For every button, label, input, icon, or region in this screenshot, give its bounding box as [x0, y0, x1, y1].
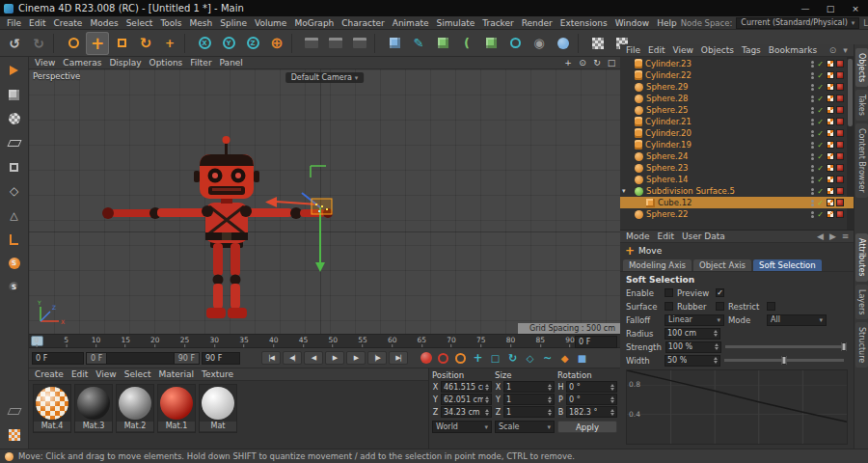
scale-button[interactable] [110, 32, 133, 55]
panel-tab-structure[interactable]: Structure [855, 322, 868, 368]
object-menu-view[interactable]: View [669, 45, 697, 55]
viewport-menu-options[interactable]: Options [146, 58, 187, 68]
spinner-arrows[interactable] [609, 384, 614, 391]
radius-input[interactable]: 100 cm [665, 328, 720, 340]
object-row-cube-12[interactable]: Cube.12✓ [620, 197, 854, 208]
falloff-dropdown[interactable]: Linear▾ [665, 314, 724, 326]
object-menu-edit[interactable]: Edit [644, 45, 668, 55]
record-scale-button[interactable]: □ [487, 350, 503, 366]
coord-input-size-z[interactable]: 1 [503, 406, 555, 418]
enabled-check-icon[interactable]: ✓ [816, 118, 825, 126]
menu-edit[interactable]: Edit [25, 18, 49, 28]
timeline-tick-40[interactable]: 40 [269, 336, 279, 347]
texture-tag-red[interactable] [836, 106, 844, 114]
viewport-menu-panel[interactable]: Panel [216, 58, 247, 68]
search-icon[interactable]: ⊙ [827, 44, 839, 56]
texture-mode-button[interactable] [4, 108, 25, 129]
timeline-tick-60[interactable]: 60 [388, 336, 397, 347]
texture-tag-red[interactable] [836, 83, 844, 91]
material-menu-create[interactable]: Create [31, 369, 68, 379]
render-visibility-dot[interactable] [811, 169, 814, 172]
world-dropdown[interactable]: World▾ [432, 421, 492, 433]
render-visibility-dot[interactable] [811, 88, 814, 91]
viewport-layout-a-button[interactable] [586, 32, 610, 55]
object-row-sphere-23[interactable]: Sphere.23✓ [620, 162, 854, 174]
visibility-toggles[interactable] [811, 119, 814, 125]
enabled-check-icon[interactable]: ✓ [816, 60, 825, 68]
object-row-sphere-24[interactable]: Sphere.24✓ [620, 150, 854, 162]
texture-tag-checker[interactable] [827, 95, 834, 102]
apply-button[interactable]: Apply [557, 421, 617, 433]
polygons-mode-button[interactable]: △ [4, 204, 25, 226]
texture-tag-checker[interactable] [827, 118, 834, 125]
timeline-tick-20[interactable]: 20 [150, 336, 160, 347]
menu-modes[interactable]: Modes [86, 18, 122, 28]
strength-slider[interactable] [725, 345, 844, 348]
record-position-button[interactable]: + [470, 350, 486, 366]
object-row-cylinder-20[interactable]: Cylinder.20✓ [620, 127, 854, 139]
texture-tag-checker[interactable] [827, 164, 834, 172]
add-subdivision-surface-button[interactable] [431, 32, 454, 55]
viewport-menu-cameras[interactable]: Cameras [59, 58, 105, 68]
coord-input-position-z[interactable]: 34.23 cm [441, 406, 492, 418]
menu-extensions[interactable]: Extensions [556, 18, 611, 28]
enabled-check-icon[interactable]: ✓ [816, 187, 825, 196]
texture-tag-checker[interactable] [827, 152, 834, 160]
enabled-check-icon[interactable]: ✓ [816, 141, 825, 150]
robot-character[interactable] [29, 69, 620, 334]
texture-tag-red[interactable] [836, 129, 844, 137]
timeline-tick-70[interactable]: 70 [447, 336, 456, 347]
points-mode-button[interactable] [4, 156, 25, 177]
record-rotation-button[interactable]: ↻ [504, 350, 521, 366]
material-menu-texture[interactable]: Texture [198, 369, 237, 379]
node-space-dropdown[interactable]: Current (Standard/Physical) ▾ [736, 17, 859, 29]
texture-tag-checker[interactable] [827, 176, 834, 183]
add-spline-button[interactable]: ✎ [407, 32, 430, 55]
rubber-checkbox[interactable] [716, 302, 724, 311]
viewport-menu-display[interactable]: Display [105, 58, 145, 68]
toggle-views-icon[interactable]: □ [605, 57, 618, 68]
editor-visibility-dot[interactable] [811, 142, 814, 145]
timeline-tick-45[interactable]: 45 [299, 336, 309, 347]
strength-input[interactable]: 100 % [665, 341, 721, 353]
locked-workplane-button[interactable] [4, 400, 25, 422]
timeline-tick-65[interactable]: 65 [418, 336, 427, 347]
timeline-tick-5[interactable]: 5 [64, 336, 68, 347]
spinner-arrows[interactable] [483, 384, 489, 391]
lock-x-axis-button[interactable]: X [193, 32, 216, 55]
coord-input-size-y[interactable]: 1 [503, 394, 555, 405]
editor-visibility-dot[interactable] [811, 211, 814, 214]
object-row-sphere-14[interactable]: Sphere.14✓ [620, 174, 854, 185]
visibility-toggles[interactable] [811, 95, 814, 102]
range-start-handle[interactable]: 0 F [87, 353, 107, 364]
editor-visibility-dot[interactable] [811, 84, 814, 87]
edges-mode-button[interactable]: ◇ [4, 180, 25, 202]
texture-tag-checker[interactable] [827, 129, 834, 137]
texture-tag-checker[interactable] [827, 106, 834, 114]
viewport-canvas[interactable]: Perspective Default Camera ▾ YXZ Grid Sp… [29, 69, 620, 334]
surface-checkbox[interactable] [665, 302, 673, 311]
material-mat[interactable]: Mat [199, 384, 237, 433]
editor-visibility-dot[interactable] [811, 130, 814, 133]
menu-volume[interactable]: Volume [251, 18, 290, 28]
spinner-arrows[interactable] [712, 330, 718, 337]
spinner-arrows[interactable] [546, 409, 552, 416]
texture-tag-checker[interactable] [827, 199, 834, 206]
menu-tracker[interactable]: Tracker [478, 18, 517, 28]
panel-tab-content-browser[interactable]: Content Browser [855, 123, 868, 198]
add-camera-button[interactable]: ◉ [528, 32, 551, 55]
panel-menu-icon[interactable]: ≡ [839, 231, 852, 242]
object-menu-objects[interactable]: Objects [697, 45, 738, 55]
editor-visibility-dot[interactable] [811, 119, 814, 122]
add-environment-button[interactable] [552, 32, 575, 55]
object-row-cylinder-21[interactable]: Cylinder.21✓ [620, 116, 854, 127]
width-slider[interactable] [724, 359, 844, 362]
timeline-tick-25[interactable]: 25 [180, 336, 190, 347]
texture-tag-red[interactable] [836, 176, 844, 183]
keyframe-selection-button[interactable] [452, 350, 469, 366]
render-visibility-dot[interactable] [811, 123, 814, 125]
editor-visibility-dot[interactable] [811, 200, 814, 203]
last-tool-button[interactable]: + [158, 32, 181, 55]
zoom-view-icon[interactable]: ⊙ [576, 57, 589, 68]
material-mat-1[interactable]: Mat.1 [157, 384, 196, 433]
